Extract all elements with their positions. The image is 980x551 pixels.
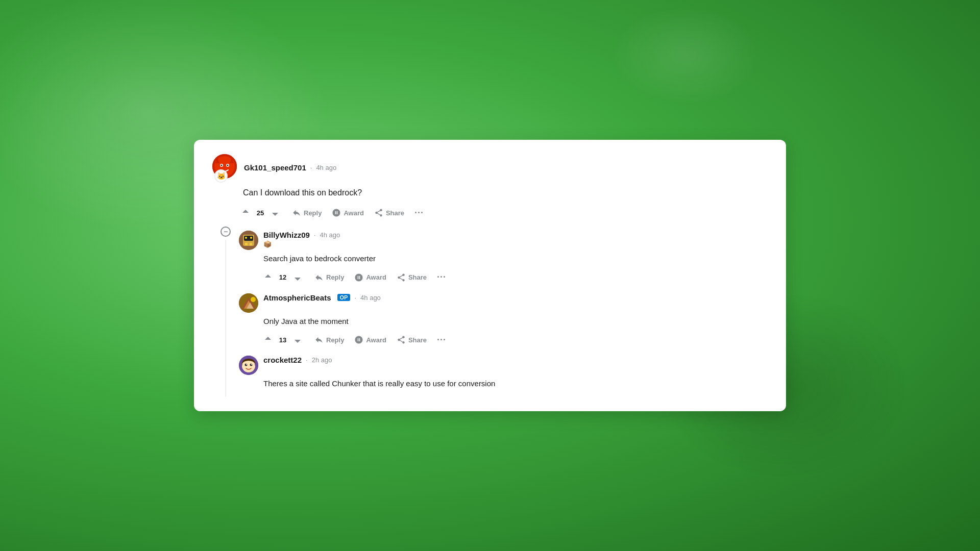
replies-container: − (212, 224, 768, 397)
reply-2-vote-count: 13 (278, 336, 288, 344)
reply-3-avatar (239, 356, 258, 375)
reply-1-award: 📦 (263, 240, 340, 248)
collapse-thread-button[interactable]: − (218, 224, 233, 239)
comment-card: 🐱 Gk101_speed701 · 4h ago Can I download… (194, 140, 786, 411)
svg-point-24 (246, 364, 247, 365)
top-comment-header: 🐱 Gk101_speed701 · 4h ago (212, 154, 768, 181)
more-options-button[interactable]: ··· (410, 206, 428, 220)
reply-item: BillyWhizz09 · 4h ago 📦 Search java to b… (239, 224, 768, 287)
vote-count: 25 (255, 209, 265, 217)
reply-3-username: crockett22 (263, 356, 302, 364)
top-comment-actions: 25 Reply Award Share ··· (212, 205, 768, 220)
reply-2-header: AtmosphericBeats OP · 4h ago (239, 293, 768, 313)
svg-point-25 (251, 364, 252, 365)
crockett-avatar-svg (239, 356, 258, 375)
thread-line (225, 240, 226, 397)
award-badge-icon: 🐱 (214, 169, 228, 183)
reply-2-share-button[interactable]: Share (393, 332, 431, 347)
vote-section: 25 (239, 206, 282, 219)
top-comment-username: Gk101_speed701 (244, 163, 306, 172)
reply-1-body: Search java to bedrock converter (239, 253, 768, 265)
svg-rect-12 (250, 243, 252, 245)
svg-point-13 (245, 237, 247, 239)
reply-3-timestamp: 2h ago (312, 356, 332, 364)
reply-1-actions: 12 Reply Award Sha (239, 270, 768, 285)
reply-1-reply-button[interactable]: Reply (310, 270, 348, 285)
reply-2-reply-button[interactable]: Reply (310, 332, 348, 347)
reply-2-award-button[interactable]: Award (350, 332, 390, 347)
reply-2-upvote-button[interactable] (261, 333, 275, 346)
reply-button[interactable]: Reply (288, 205, 326, 220)
billywhizz-avatar-svg (239, 231, 258, 250)
svg-point-19 (251, 297, 256, 302)
upvote-button[interactable] (239, 206, 252, 219)
svg-point-4 (221, 165, 223, 166)
reply-item: crockett22 · 2h ago Theres a site called… (239, 349, 768, 397)
svg-point-22 (245, 364, 248, 366)
svg-point-5 (227, 165, 229, 166)
reply-2-actions: 13 Reply Award Sha (239, 332, 768, 347)
top-comment: 🐱 Gk101_speed701 · 4h ago Can I download… (212, 154, 768, 220)
collapse-icon: − (220, 227, 231, 237)
reply-1-share-button[interactable]: Share (393, 270, 431, 285)
reply-item: AtmosphericBeats OP · 4h ago Only Java a… (239, 287, 768, 350)
reply-1-vote-section: 12 (261, 271, 304, 284)
reply-1-award-button[interactable]: Award (350, 270, 390, 285)
svg-rect-11 (245, 243, 248, 245)
top-comment-user-info: Gk101_speed701 · 4h ago (244, 163, 336, 172)
reply-2-body: Only Java at the moment (239, 316, 768, 328)
reply-1-header: BillyWhizz09 · 4h ago 📦 (239, 231, 768, 250)
reply-1-more-button[interactable]: ··· (433, 270, 450, 285)
reply-2-more-button[interactable]: ··· (433, 333, 450, 347)
reply-2-timestamp: 4h ago (360, 294, 381, 302)
reply-1-downvote-button[interactable] (291, 271, 304, 284)
reply-2-vote-section: 13 (261, 333, 304, 346)
reply-1-timestamp: 4h ago (320, 231, 340, 239)
reply-1-vote-count: 12 (278, 273, 288, 281)
reply-3-body: Theres a site called Chunker that is rea… (239, 378, 768, 390)
downvote-button[interactable] (268, 206, 282, 219)
reply-2-downvote-button[interactable] (291, 333, 304, 346)
award-button[interactable]: Award (328, 205, 368, 220)
share-button[interactable]: Share (370, 205, 408, 220)
top-comment-timestamp: 4h ago (316, 164, 336, 171)
reply-1-username: BillyWhizz09 (263, 231, 310, 239)
reply-2-username: AtmosphericBeats (263, 293, 331, 302)
svg-point-23 (250, 364, 253, 366)
reply-1-avatar (239, 231, 258, 250)
reply-3-header: crockett22 · 2h ago (239, 356, 768, 375)
replies-list: BillyWhizz09 · 4h ago 📦 Search java to b… (239, 224, 768, 397)
reply-2-avatar (239, 293, 258, 313)
reply-1-upvote-button[interactable] (261, 271, 275, 284)
thread-line-wrapper: − (212, 224, 239, 397)
svg-point-14 (250, 237, 252, 239)
op-badge: OP (337, 294, 351, 301)
top-comment-body: Can I download this on bedrock? (212, 187, 768, 199)
atmosphericbeats-avatar-svg (239, 293, 258, 313)
